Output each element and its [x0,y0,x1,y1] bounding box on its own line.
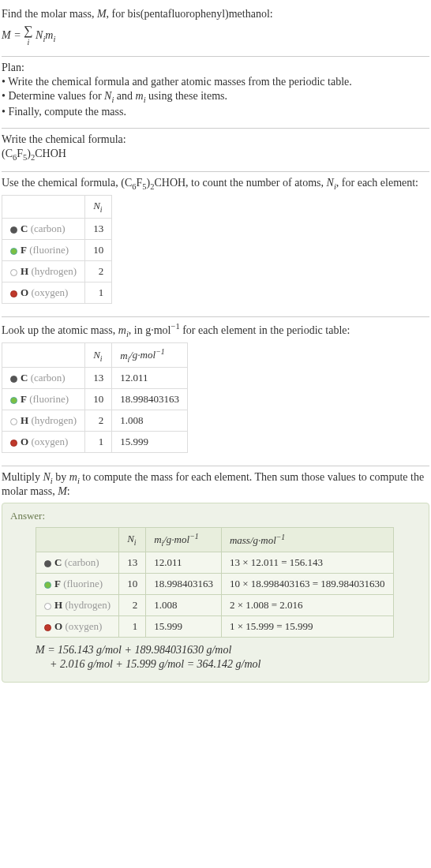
intro-section: Find the molar mass, M, for bis(pentaflu… [2,3,429,57]
intro-equation: M = ∑i Nimi [2,22,429,48]
element-name: (hydrogen) [31,265,77,277]
element-symbol: F [54,578,61,589]
carbon-dot-icon [10,226,17,234]
element-symbol: F [21,244,27,256]
element-cell: C (carbon) [36,552,119,574]
fluorine-dot-icon [44,582,51,589]
element-symbol: C [21,372,28,383]
table-row: H (hydrogen) 2 1.008 2 × 1.008 = 2.016 [36,595,394,616]
ni-value: 13 [85,218,112,239]
mi-value: 1.008 [146,595,222,616]
carbon-dot-icon [44,560,51,567]
element-cell: H (hydrogen) [36,595,119,616]
mass-calc: 10 × 18.998403163 = 189.984031630 [221,574,393,595]
mass-section: Look up the atomic mass, mi, in g·mol−1 … [2,317,429,466]
element-cell: F (fluorine) [36,574,119,595]
mi-value: 18.998403163 [146,574,222,595]
element-symbol: C [21,223,28,234]
ni-value: 2 [85,410,112,432]
table-row: H (hydrogen) 2 [2,260,112,282]
blank-header [2,196,85,219]
plan-title: Plan: [2,62,429,74]
element-name: (hydrogen) [31,414,77,426]
ni-value: 10 [85,239,112,260]
mi-value: 1.008 [112,410,188,432]
mass-calc: 1 × 15.999 = 15.999 [221,616,393,638]
count-section: Use the chemical formula, (C6F5)2CHOH, t… [2,172,429,317]
oxygen-dot-icon [10,290,17,297]
blank-header [36,528,119,552]
element-symbol: H [54,599,62,611]
carbon-dot-icon [10,376,17,383]
mass-calc: 13 × 12.011 = 156.143 [221,552,393,574]
element-name: (fluorine) [29,393,69,405]
plan-bullet-1: • Write the chemical formula and gather … [2,76,429,88]
element-symbol: O [21,286,28,298]
hydrogen-dot-icon [10,418,17,425]
element-cell: C (carbon) [2,368,85,389]
blank-header [2,343,85,368]
element-name: (fluorine) [29,244,69,256]
element-cell: F (fluorine) [2,389,85,410]
formula-section: Write the chemical formula: (C6F5)2CHOH [2,129,429,172]
ni-value: 13 [119,552,146,574]
final-eq-2: + 2.016 g/mol + 15.999 g/mol = 364.142 g… [10,657,421,671]
oxygen-dot-icon [10,440,17,447]
element-cell: F (fluorine) [2,239,85,260]
mi-value: 12.011 [146,552,222,574]
ni-header: Ni [85,343,112,368]
mi-value: 15.999 [146,616,222,638]
element-cell: H (hydrogen) [2,410,85,432]
count-table: Ni C (carbon) 13 F (fluorine) 10 H (hydr… [2,195,112,304]
table-row: F (fluorine) 10 [2,239,112,260]
ni-value: 2 [119,595,146,616]
ni-header: Ni [119,528,146,552]
element-symbol: H [21,265,28,277]
table-row: C (carbon) 13 [2,218,112,239]
plan-bullet-2: • Determine values for Ni and mi using t… [2,90,429,104]
final-eq-1: M = 156.143 g/mol + 189.984031630 g/mol [10,642,421,657]
table-row: C (carbon) 13 12.011 [2,368,188,389]
mi-value: 12.011 [112,368,188,389]
multiply-title: Multiply Ni by mi to compute the mass fo… [2,471,429,498]
mass-header: mass/g·mol−1 [221,528,393,552]
ni-value: 1 [85,282,112,303]
element-cell: O (oxygen) [2,282,85,303]
element-symbol: O [54,620,62,632]
table-row: H (hydrogen) 2 1.008 [2,410,188,432]
element-symbol: O [21,436,28,447]
answer-table: Ni mi/g·mol−1 mass/g·mol−1 C (carbon) 13… [36,527,394,638]
hydrogen-dot-icon [10,269,17,276]
table-row: O (oxygen) 1 15.999 1 × 15.999 = 15.999 [36,616,394,638]
element-symbol: C [54,556,62,568]
fluorine-dot-icon [10,248,17,255]
count-title: Use the chemical formula, (C6F5)2CHOH, t… [2,177,429,191]
mass-table: Ni mi/g·mol−1 C (carbon) 13 12.011 F (fl… [2,342,188,453]
ni-value: 10 [119,574,146,595]
ni-header: Ni [85,196,112,219]
plan-section: Plan: • Write the chemical formula and g… [2,57,429,129]
ni-value: 13 [85,368,112,389]
ni-value: 1 [119,616,146,638]
element-cell: C (carbon) [2,218,85,239]
element-name: (carbon) [65,556,99,568]
element-name: (oxygen) [31,286,68,298]
element-cell: O (oxygen) [2,432,85,453]
element-symbol: H [21,414,28,426]
element-name: (oxygen) [65,620,102,632]
mass-title: Look up the atomic mass, mi, in g·mol−1 … [2,322,429,338]
element-cell: O (oxygen) [36,616,119,638]
mi-header: mi/g·mol−1 [146,528,222,552]
answer-section: Multiply Ni by mi to compute the mass fo… [2,466,429,690]
element-name: (oxygen) [31,436,68,447]
element-name: (hydrogen) [65,599,111,611]
answer-box: Answer: Ni mi/g·mol−1 mass/g·mol−1 C (ca… [2,503,429,683]
mi-header: mi/g·mol−1 [112,343,188,368]
ni-value: 10 [85,389,112,410]
ni-value: 2 [85,260,112,282]
mi-value: 15.999 [112,432,188,453]
element-name: (fluorine) [63,578,103,589]
table-row: O (oxygen) 1 [2,282,112,303]
ni-value: 1 [85,432,112,453]
mi-value: 18.998403163 [112,389,188,410]
